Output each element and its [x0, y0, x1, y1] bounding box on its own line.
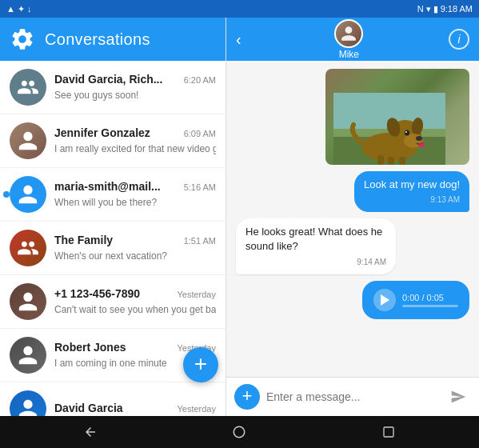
list-item[interactable]: maria-smith@mail... 5:16 AM When will yo… [0, 168, 226, 222]
battery-icon: ▮ [433, 4, 438, 14]
message-time: 6:20 AM [184, 75, 216, 85]
conversations-header: Conversations [0, 18, 226, 61]
left-panel-wrapper: Conversations David Garcia, Rich... 6:20… [0, 18, 226, 416]
conversation-info: Jennifer Gonzalez 6:09 AM I am really ex… [54, 126, 216, 155]
svg-point-11 [418, 142, 425, 147]
conversation-top: David Garcia Yesterday [54, 402, 216, 414]
list-item[interactable]: David Garcia, Rich... 6:20 AM See you gu… [0, 61, 226, 114]
right-panel: ‹ Mike i [226, 18, 479, 416]
nfc-icon: N [417, 4, 424, 14]
chat-input-bar: + [226, 377, 479, 416]
audio-duration: 0:00 / 0:05 [402, 293, 458, 302]
plus-icon: + [242, 387, 253, 405]
info-button[interactable]: i [449, 29, 469, 50]
chat-messages: Look at my new dog! 9:13 AM He looks gre… [226, 61, 479, 377]
conversation-top: +1 123-456-7890 Yesterday [54, 287, 216, 300]
contact-name: Robert Jones [54, 341, 126, 354]
contact-name: David Garcia [54, 402, 123, 414]
svg-marker-15 [381, 294, 389, 306]
contact-name: David Garcia, Rich... [54, 73, 162, 86]
contact-avatar [334, 19, 363, 48]
message-time: 1:51 AM [184, 236, 216, 246]
svg-rect-12 [377, 155, 384, 165]
back-button[interactable]: ‹ [236, 30, 241, 49]
play-button[interactable] [373, 289, 396, 311]
svg-rect-13 [388, 157, 394, 165]
conversation-info: David Garcia, Rich... 6:20 AM See you gu… [54, 73, 216, 102]
avatar [10, 69, 46, 106]
svg-rect-17 [384, 427, 393, 437]
conversation-info: +1 123-456-7890 Yesterday Can't wait to … [54, 287, 216, 316]
status-bar-left: ▲ ✦ ↓ [6, 4, 31, 14]
message-text: Look at my new dog! [364, 178, 460, 190]
message-time: Yesterday [177, 404, 216, 414]
contact-info: Mike [249, 19, 449, 60]
audio-info: 0:00 / 0:05 [402, 293, 458, 307]
unread-indicator [3, 191, 10, 198]
compose-button[interactable]: + [183, 347, 218, 382]
conversation-info: The Family 1:51 AM When's our next vacat… [54, 234, 216, 262]
conversation-info: maria-smith@mail... 5:16 AM When will yo… [54, 180, 216, 209]
chat-header: ‹ Mike i [226, 18, 479, 61]
time-display: 9:18 AM [441, 4, 473, 14]
back-nav-button[interactable] [74, 416, 106, 448]
signal-icon: ▲ [6, 4, 15, 14]
contact-name-header: Mike [339, 49, 359, 60]
avatar [10, 230, 46, 266]
conversation-info: David Garcia Yesterday [54, 402, 216, 416]
message-time: 6:09 AM [184, 129, 216, 138]
send-button[interactable] [445, 384, 471, 410]
contact-name: Jennifer Gonzalez [54, 126, 150, 139]
settings-icon[interactable] [10, 26, 35, 52]
conversation-top: David Garcia, Rich... 6:20 AM [54, 73, 216, 86]
wifi-signal-icon: ▾ [426, 4, 431, 14]
svg-point-9 [405, 130, 409, 136]
message-timestamp: 9:14 AM [245, 257, 386, 268]
conversation-top: Jennifer Gonzalez 6:09 AM [54, 126, 216, 139]
add-attachment-button[interactable]: + [234, 384, 260, 410]
svg-point-16 [234, 426, 245, 438]
message-bubble-sent: Look at my new dog! 9:13 AM [354, 171, 469, 212]
avatar [10, 337, 46, 374]
contact-name: +1 123-456-7890 [54, 287, 140, 300]
plus-icon: + [194, 353, 207, 375]
home-nav-button[interactable] [223, 416, 255, 448]
recents-nav-button[interactable] [373, 416, 405, 448]
svg-rect-14 [399, 157, 405, 165]
message-time: Yesterday [177, 290, 216, 299]
message-preview: When will you be there? [54, 197, 157, 208]
download-icon: ↓ [27, 4, 32, 14]
message-timestamp: 9:13 AM [364, 194, 460, 206]
list-item[interactable]: Jennifer Gonzalez 6:09 AM I am really ex… [0, 114, 226, 168]
status-bar: ▲ ✦ ↓ N ▾ ▮ 9:18 AM [0, 0, 479, 18]
list-item[interactable]: David Garcia Yesterday [0, 382, 226, 416]
message-text: He looks great! What does he sound like? [245, 226, 382, 252]
message-preview: See you guys soon! [54, 90, 138, 101]
svg-point-10 [405, 131, 407, 133]
bottom-navigation [0, 416, 479, 448]
message-preview: I am coming in one minute [54, 358, 167, 369]
wifi-icon: ✦ [18, 4, 25, 14]
audio-message: 0:00 / 0:05 [362, 281, 469, 319]
list-item[interactable]: The Family 1:51 AM When's our next vacat… [0, 222, 226, 275]
message-time: 5:16 AM [184, 182, 216, 192]
message-preview: When's our next vacation? [54, 250, 167, 262]
audio-progress-bar [402, 305, 458, 307]
message-input[interactable] [266, 390, 439, 403]
status-bar-right: N ▾ ▮ 9:18 AM [417, 4, 473, 14]
avatar [10, 176, 46, 213]
message-preview: I am really excited for that new video g… [54, 143, 216, 154]
conversation-top: The Family 1:51 AM [54, 234, 216, 246]
avatar [10, 283, 46, 320]
avatar [10, 390, 46, 416]
list-item[interactable]: +1 123-456-7890 Yesterday Can't wait to … [0, 275, 226, 329]
contact-name: The Family [54, 234, 113, 246]
avatar [10, 122, 46, 159]
dog-image-message [325, 69, 469, 165]
main-content: Conversations David Garcia, Rich... 6:20… [0, 18, 479, 416]
contact-name: maria-smith@mail... [54, 180, 161, 193]
conversation-top: maria-smith@mail... 5:16 AM [54, 180, 216, 193]
message-preview: Can't wait to see you when you get back … [54, 304, 216, 315]
conversations-title: Conversations [45, 30, 150, 49]
svg-point-8 [416, 136, 422, 141]
